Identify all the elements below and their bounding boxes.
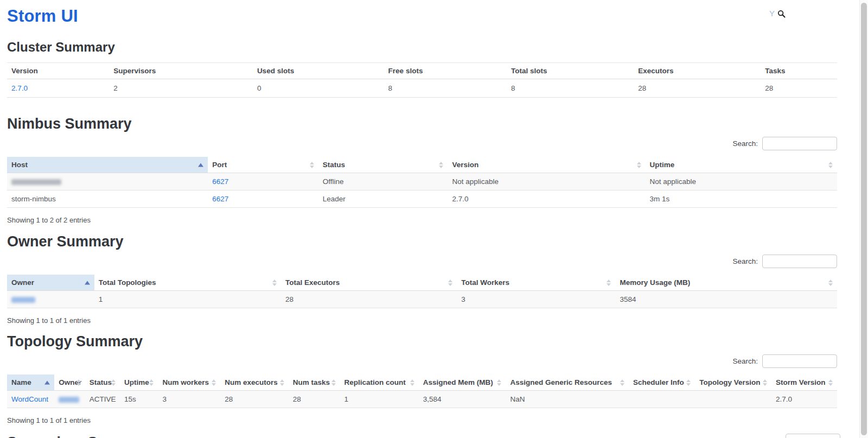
column-header-host[interactable]: Host	[7, 157, 208, 173]
cluster-summary-heading: Cluster Summary	[7, 40, 837, 55]
nimbus-port-cell: 6627	[208, 173, 318, 191]
redacted-host	[11, 179, 61, 185]
sort-asc-icon	[44, 380, 50, 384]
column-header-num-workers[interactable]: Num workers	[158, 374, 220, 391]
column-header-scheduler-info[interactable]: Scheduler Info	[629, 374, 695, 391]
topology-storm-version-cell: 2.7.0	[771, 391, 837, 408]
topology-search-input[interactable]	[762, 354, 837, 368]
column-header-num-tasks[interactable]: Num tasks	[289, 374, 340, 391]
redacted-owner	[11, 297, 35, 303]
topology-name-cell: WordCount	[7, 391, 54, 408]
column-header-executors: Executors	[634, 63, 761, 79]
sort-both-icon	[280, 379, 284, 386]
nimbus-search-input[interactable]	[762, 137, 837, 150]
column-header-total-executors[interactable]: Total Executors	[281, 275, 457, 291]
topology-num-workers-cell: 3	[158, 391, 220, 408]
column-header-free-slots: Free slots	[384, 63, 507, 79]
sort-both-icon	[686, 379, 691, 386]
version-link[interactable]: 2.7.0	[11, 84, 28, 92]
sort-asc-icon	[198, 163, 203, 167]
owner-memory-usage-cell: 3584	[615, 291, 837, 308]
nimbus-status-cell: Offline	[318, 173, 448, 191]
sort-both-icon	[620, 379, 624, 386]
supervisor-summary-heading: Supervisor Summary	[7, 434, 837, 438]
column-header-assigned-generic-resources[interactable]: Assigned Generic Resources	[506, 374, 628, 391]
nimbus-status-cell: Leader	[318, 191, 448, 208]
topology-search-label: Search:	[732, 357, 758, 365]
column-header-topo-owner[interactable]: Owner	[54, 374, 85, 391]
owner-search-label: Search:	[732, 257, 758, 265]
sort-both-icon	[637, 162, 641, 168]
sort-both-icon	[331, 379, 336, 386]
column-header-topology-version[interactable]: Topology Version	[695, 374, 771, 391]
owner-total-executors-cell: 28	[281, 291, 457, 308]
nimbus-port-cell: 6627	[208, 191, 318, 208]
table-row: 2.7.0 2 0 8 8 28 28	[7, 79, 837, 98]
sort-both-icon	[607, 280, 611, 286]
column-header-nimbus-version[interactable]: Version	[448, 157, 645, 173]
nimbus-host-cell	[7, 173, 208, 191]
sort-both-icon	[310, 162, 314, 168]
sort-both-icon	[76, 379, 81, 386]
column-header-port[interactable]: Port	[208, 157, 318, 173]
column-header-supervisors: Supervisors	[109, 63, 253, 79]
sort-both-icon	[828, 280, 833, 286]
topology-summary-table: Name Owner Status Uptime Num workers Num…	[7, 374, 837, 408]
redacted-owner	[59, 397, 79, 403]
topology-owner-cell	[54, 391, 85, 408]
sort-both-icon	[448, 280, 452, 286]
nimbus-host-cell: storm-nimbus	[7, 191, 208, 208]
column-header-num-executors[interactable]: Num executors	[220, 374, 288, 391]
topology-uptime-cell: 15s	[120, 391, 158, 408]
search-icon[interactable]	[777, 10, 786, 18]
sort-both-icon	[272, 280, 277, 286]
page-title: Storm UI	[7, 7, 837, 26]
column-header-assigned-mem[interactable]: Assigned Mem (MB)	[419, 374, 506, 391]
nimbus-entries-info: Showing 1 to 2 of 2 entries	[7, 216, 837, 224]
owner-summary-heading: Owner Summary	[7, 233, 837, 250]
scrollbar-track[interactable]	[859, 0, 868, 438]
owner-name-cell	[7, 291, 94, 308]
sort-both-icon	[497, 379, 501, 386]
nimbus-uptime-cell: Not applicable	[646, 173, 837, 191]
nimbus-port-link[interactable]: 6627	[212, 177, 228, 186]
column-header-status[interactable]: Status	[318, 157, 448, 173]
sort-both-icon	[439, 162, 443, 168]
nimbus-uptime-cell: 3m 1s	[646, 191, 837, 208]
sort-both-icon	[828, 162, 833, 168]
table-row: storm-nimbus 6627 Leader 2.7.0 3m 1s	[7, 191, 837, 208]
scrollbar-thumb[interactable]	[861, 3, 867, 435]
topology-name-link[interactable]: WordCount	[11, 395, 48, 403]
topology-status-cell: ACTIVE	[85, 391, 120, 408]
column-header-topo-uptime[interactable]: Uptime	[120, 374, 158, 391]
column-header-owner[interactable]: Owner	[7, 275, 94, 291]
cluster-summary-table: Version Supervisors Used slots Free slot…	[7, 62, 837, 98]
column-header-name[interactable]: Name	[7, 374, 54, 391]
column-header-total-workers[interactable]: Total Workers	[457, 275, 615, 291]
column-header-tasks: Tasks	[761, 63, 837, 79]
supervisor-search-input[interactable]	[786, 434, 840, 438]
cluster-free-slots-cell: 8	[384, 79, 507, 98]
nimbus-port-link[interactable]: 6627	[212, 195, 228, 203]
column-header-used-slots: Used slots	[253, 63, 384, 79]
sort-both-icon	[828, 379, 833, 386]
owner-search-input[interactable]	[762, 255, 837, 268]
column-header-replication-count[interactable]: Replication count	[340, 374, 419, 391]
filter-icon[interactable]: Y	[769, 9, 775, 18]
topology-assigned-generic-resources-cell: NaN	[506, 391, 628, 408]
column-header-uptime[interactable]: Uptime	[646, 157, 837, 173]
column-header-topo-status[interactable]: Status	[85, 374, 120, 391]
column-header-memory-usage[interactable]: Memory Usage (MB)	[615, 275, 837, 291]
topology-num-executors-cell: 28	[220, 391, 288, 408]
column-header-total-topologies[interactable]: Total Topologies	[94, 275, 281, 291]
sort-both-icon	[763, 379, 767, 386]
owner-search-row: Search:	[7, 255, 837, 268]
sort-asc-icon	[85, 281, 90, 284]
column-header-storm-version[interactable]: Storm Version	[771, 374, 837, 391]
topology-summary-heading: Topology Summary	[7, 333, 837, 350]
topology-num-tasks-cell: 28	[289, 391, 340, 408]
sort-both-icon	[410, 379, 414, 386]
owner-total-workers-cell: 3	[457, 291, 615, 308]
topbar-icons: Y	[769, 9, 786, 18]
storm-ui-page: Y Storm UI Cluster Summary Version Super…	[0, 7, 868, 438]
